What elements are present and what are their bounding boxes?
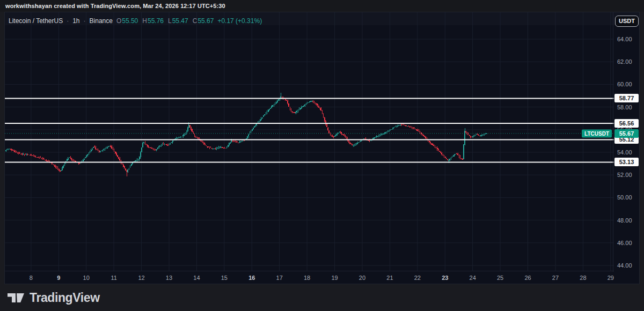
symbol-price-badge: LTCUSDT	[582, 129, 612, 137]
price-tick: 50.00	[617, 194, 632, 201]
time-tick: 23	[442, 275, 448, 281]
time-tick: 17	[276, 275, 283, 281]
time-tick: 12	[138, 275, 144, 281]
currency-unit-button[interactable]: USDT	[615, 16, 639, 27]
time-tick: 18	[304, 275, 310, 281]
legend-ohlc-pair: H55.76	[142, 17, 164, 25]
price-tick: 58.00	[617, 104, 632, 110]
legend-ohlc-pair: O55.50	[116, 17, 138, 25]
attribution-text: workwithshayan created with TradingView.…	[5, 3, 225, 9]
time-tick: 24	[470, 275, 476, 281]
legend-ohlc-values: O55.50H55.76L55.47C55.67	[116, 17, 214, 25]
time-tick: 25	[497, 275, 503, 281]
price-tick: 64.00	[617, 36, 632, 42]
footer-bar: TradingView	[0, 284, 644, 311]
legend-exchange: Binance	[90, 17, 113, 25]
time-tick: 19	[331, 275, 338, 281]
time-tick: 14	[193, 275, 200, 281]
price-scale[interactable]: USDT 64.0062.0060.0058.0056.0054.0052.00…	[613, 12, 639, 272]
tradingview-wordmark: TradingView	[30, 291, 100, 305]
legend-symbol: Litecoin / TetherUS	[9, 17, 63, 25]
current-price-label: 55.67	[614, 129, 639, 138]
time-tick: 9	[57, 275, 60, 281]
time-tick: 13	[166, 275, 172, 281]
time-tick: 11	[111, 275, 116, 281]
time-tick: 10	[83, 275, 90, 281]
legend-ohlc-pair: C55.67	[193, 17, 214, 25]
time-tick: 26	[524, 275, 531, 281]
time-tick: 8	[30, 275, 33, 281]
legend-separator: ·	[67, 17, 69, 25]
chart-panel: Litecoin / TetherUS · 1h · Binance O55.5…	[4, 12, 640, 284]
time-tick: 20	[359, 275, 365, 281]
time-tick: 15	[221, 275, 228, 281]
time-tick: 22	[414, 275, 421, 281]
price-tick: 60.00	[617, 81, 632, 87]
up-candles	[5, 93, 487, 175]
down-candles	[5, 97, 480, 177]
tradingview-mark-icon	[7, 291, 25, 305]
gridlines	[5, 12, 614, 271]
chart-legend[interactable]: Litecoin / TetherUS · 1h · Binance O55.5…	[9, 16, 262, 26]
price-tick: 62.00	[617, 58, 632, 65]
price-tick: 46.00	[617, 240, 632, 246]
price-tick: 48.00	[617, 217, 632, 224]
price-level-value-label: 53.13	[614, 158, 639, 166]
price-tick: 44.00	[617, 262, 632, 269]
time-tick: 21	[386, 275, 393, 281]
time-tick: 16	[248, 275, 255, 281]
candlestick-canvas[interactable]	[5, 12, 614, 271]
time-axis[interactable]: 8910111213141516171819202122232425262728…	[5, 271, 614, 284]
price-level-value-label: 58.77	[614, 94, 639, 102]
time-tick: 28	[580, 275, 586, 281]
price-level-lines[interactable]	[5, 98, 614, 162]
legend-interval: 1h	[72, 17, 79, 25]
price-tick: 52.00	[617, 172, 632, 178]
time-tick: 27	[552, 275, 559, 281]
price-tick: 54.00	[617, 149, 632, 156]
attribution-bar: workwithshayan created with TradingView.…	[0, 0, 644, 12]
legend-separator: ·	[84, 17, 86, 25]
price-level-value-label: 56.56	[614, 119, 639, 128]
legend-ohlc-pair: L55.47	[168, 17, 188, 25]
legend-change: +0.17 (+0.31%)	[217, 17, 262, 25]
price-chart[interactable]: Litecoin / TetherUS · 1h · Binance O55.5…	[5, 12, 614, 271]
time-tick: 29	[608, 275, 614, 281]
tradingview-logo[interactable]: TradingView	[7, 291, 100, 305]
